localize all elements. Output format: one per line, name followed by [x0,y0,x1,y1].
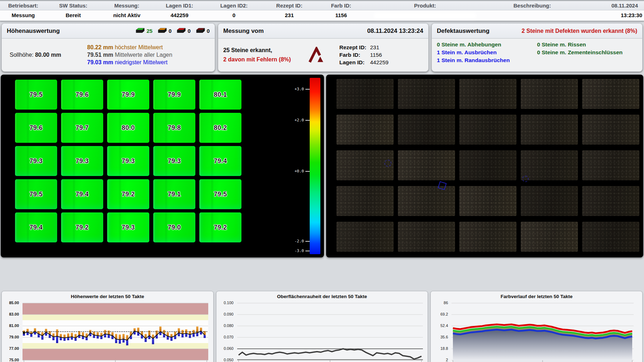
stone-tile: 79.7 [61,113,103,143]
hoehenauswertung-panel: Höhenauswertung 25000 Sollhöhe: 80.00 mm… [1,23,215,72]
id-row-1: Farb ID:1156 [339,52,423,58]
height-stat-1: 79.51 mm Mittelwerte aller Lagen [87,52,210,58]
height-map-panel: 79.579.679.979.980.179.679.780.079.880.2… [1,75,324,257]
stone-height-value: 79.7 [75,124,89,132]
rauheit-chart-panel: Oberflächenrauheit der letzten 50 Takte … [216,291,428,362]
y-axis-label: 2 [446,358,448,362]
photo-stone [521,115,578,145]
stone-height-value: 79.9 [121,91,135,99]
stone-tile: 79.3 [15,146,57,176]
stone-tile: 79.6 [61,80,103,110]
header-value-row: Messung Bereit nicht Aktiv 442259 0 231 … [0,10,644,21]
hoehenwerte-chart-title: Höhenwerte der letzten 50 Takte [2,291,213,300]
brick-counters: 25000 [135,28,210,34]
farbverlauf-chart-body: 8669.252.435.618.82 [431,300,642,362]
sollhoehe-value: 80.00 mm [35,52,61,58]
value-beschreibung [484,10,580,21]
stone-tile: 79.8 [153,113,195,143]
photo-stone [336,186,394,216]
stone-height-value: 80.0 [121,124,135,132]
y-axis-label: 0.070 [224,335,234,339]
redaction-blur [373,13,477,19]
stone-height-value: 79.0 [168,224,181,231]
y-axis-label: 85.00 [9,301,19,305]
messung-vom-body: 25 Steine erkannt, 2 davon mit Fehlern (… [218,39,428,71]
label-beschreibung: Beschreibung: [484,1,580,10]
stone-height-value: 79.3 [29,157,43,165]
photo-stone [459,115,516,145]
id-value: 442259 [370,59,389,65]
color-scale-labels: +3.0+2.0+0.0-2.0-3.0 [288,78,310,254]
image-row: 79.579.679.979.980.179.679.780.079.880.2… [0,72,644,257]
photo-stone [336,222,394,252]
defect-alert-text: 2 Steine mit Defekten wurden erkannt (8%… [521,28,637,34]
stone-height-value: 79.3 [121,224,135,231]
rauheit-chart-title: Oberflächenrauheit der letzten 50 Takte [216,291,428,300]
photo-stone [398,79,455,109]
defect-stat: 1 Stein m. Randausbrüchen [437,57,537,64]
header-date: 08.11.2024 [580,1,643,10]
defect-stat: 1 Stein m. Ausbrüchen [437,49,537,56]
y-axis-label: 0.100 [224,301,234,305]
id-label: Lagen ID: [339,59,370,66]
stones-with-errors-text: 2 davon mit Fehlern (8%) [223,56,304,63]
trend-charts: Höhenwerte der letzten 50 Takte 85.0083.… [0,257,644,362]
y-axis-label: 81.00 [9,323,19,328]
photo-stone [521,150,578,180]
height-stat-label: höchster Mittelwert [115,44,163,50]
height-stat-value: 79.51 mm [87,52,115,58]
stone-tile: 79.4 [61,179,103,209]
value-farb-id: 1156 [316,10,366,21]
status-header: Betriebsart: SW Status: Messung: Lagen I… [0,0,644,21]
scale-label: -2.0 [295,239,310,243]
rauheit-plot [237,300,423,362]
photo-stone [582,222,639,252]
defektauswertung-body: 0 Steine m. Abhebungen1 Stein m. Ausbrüc… [432,39,642,71]
value-sw-status: Bereit [46,10,100,21]
scale-label: +0.0 [295,169,310,174]
defect-marker-circle [522,176,529,182]
brick-count: 0 [207,28,210,34]
photo-stone [582,115,639,145]
id-value: 1156 [370,52,382,58]
stone-height-value: 79.3 [75,157,89,165]
rauheit-chart-body: 0.1000.0900.0800.0700.0600.050 [216,300,428,362]
photo-stone [398,150,455,180]
brick-icon-fail-red [176,28,186,34]
label-farb-id: Farb ID: [316,1,366,10]
label-lagen-id1: Lagen ID1: [154,1,205,10]
value-betriebsart: Messung [0,10,46,21]
y-axis-label: 83.00 [9,312,19,316]
defect-column-2: 0 Steine m. Rissen0 Steine m. Zementeins… [537,40,638,69]
stone-tile: 79.2 [107,179,149,209]
height-stats: 80.22 mm höchster Mittelwert79.51 mm Mit… [87,43,210,67]
label-sw-status: SW Status: [46,1,100,10]
photo-stone [521,79,578,109]
brick-counter-ok-green: 25 [135,28,153,34]
stone-height-value: 80.2 [214,124,227,132]
brick-counter-warn-orange: 0 [158,28,171,34]
stone-tile: 79.3 [153,146,195,176]
hoehenwerte-plot [23,300,208,362]
stones-detected-text: 25 Steine erkannt, [223,47,304,54]
photo-stone [582,186,639,216]
messung-vom-title: Messung vom [223,27,264,35]
color-scale-bar [310,78,320,254]
label-lagen-id2: Lagen ID2: [205,1,263,10]
photo-stone [521,186,578,216]
stone-tile: 79.4 [199,146,241,176]
hoehenauswertung-title: Höhenauswertung [7,27,60,35]
scale-label: +3.0 [295,87,310,91]
stone-tile: 79.5 [199,179,241,209]
header-time: 13:23:30 [580,10,643,21]
id-label: Farb ID: [339,52,370,58]
label-betriebsart: Betriebsart: [0,1,46,10]
stone-tile: 79.0 [153,212,195,242]
camera-photo-panel [326,75,643,257]
photo-stone [398,186,455,216]
id-row-2: Lagen ID:442259 [339,59,423,66]
y-axis-label: 0.090 [224,312,234,316]
stone-height-value: 79.9 [168,91,181,99]
id-row-0: Rezept ID:231 [339,44,423,51]
hoehenauswertung-body: Sollhöhe: 80.00 mm 80.22 mm höchster Mit… [2,39,215,71]
